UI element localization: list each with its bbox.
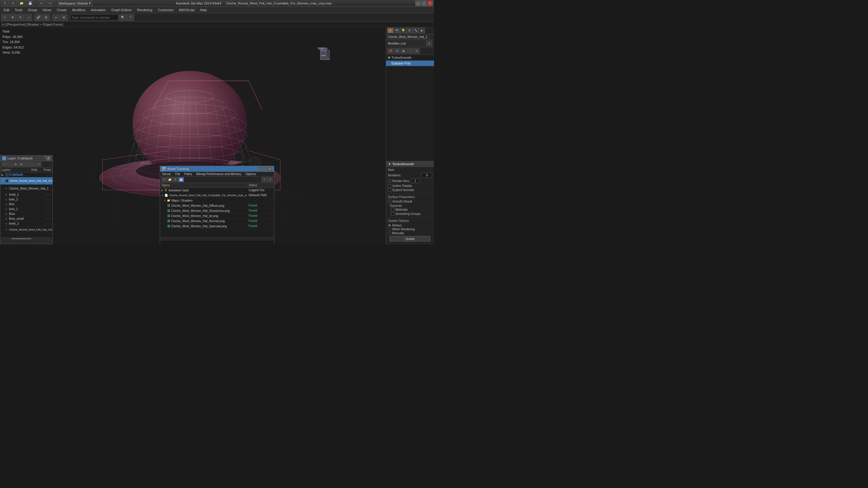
iterations-input[interactable] xyxy=(422,173,432,178)
pin-icon[interactable]: 📌 xyxy=(387,48,393,54)
layer-scrollbar[interactable] xyxy=(0,237,53,240)
explicit-normals-checkbox[interactable] xyxy=(388,188,391,192)
asset-row[interactable]: ▼ 📄 Cloche_Round_Wool_Felt_Hat_Crushable… xyxy=(160,193,274,198)
layer-new-btn[interactable]: + xyxy=(1,162,7,167)
smooth-result-checkbox[interactable]: ✓ xyxy=(388,200,391,203)
asset-minimize-btn[interactable]: — xyxy=(258,167,262,171)
menu-item-tools[interactable]: Tools xyxy=(12,7,25,12)
menu-item-help[interactable]: Help xyxy=(198,7,210,12)
layer-item[interactable]: ▼ Cloche_Round_Wool_Felt_Hat_Crushable_F… xyxy=(0,177,53,185)
navigation-cube[interactable]: Front Top xyxy=(315,45,335,65)
layer-add-btn[interactable]: ⊕ xyxy=(13,162,19,167)
maximize-btn[interactable]: □ xyxy=(421,1,427,6)
show-all-icon[interactable]: 👁 xyxy=(394,48,400,54)
help-btn[interactable]: ? xyxy=(127,14,134,21)
asset-menu-file[interactable]: File xyxy=(174,172,181,176)
new-btn[interactable]: 🗋 xyxy=(10,0,17,7)
undo-btn[interactable]: ↩ xyxy=(38,0,45,7)
render-iters-checkbox[interactable]: ✓ xyxy=(388,179,391,183)
redo-btn[interactable]: ↪ xyxy=(46,0,53,7)
search-btn[interactable]: 🔍 xyxy=(119,14,126,21)
asset-grid-btn[interactable]: ▦ xyxy=(179,177,184,182)
open-btn[interactable]: 📂 xyxy=(18,0,25,7)
asset-help-btn[interactable]: ? xyxy=(261,177,267,182)
asset-external-btn[interactable]: ↗ xyxy=(267,177,273,182)
utility-icon[interactable]: 🔧 xyxy=(412,28,418,33)
asset-row[interactable]: 🖼 Cloche_Wool_Women_Hat_Normal.png Found xyxy=(160,218,274,224)
update-button[interactable]: Update xyxy=(390,236,430,241)
when-rendering-radio[interactable] xyxy=(388,228,391,231)
asset-list-btn[interactable]: ☰ xyxy=(173,177,178,182)
asset-row[interactable]: 🖼 Cloche_Wool_Women_Hat_Diffuse.png Foun… xyxy=(160,203,274,208)
color-icon[interactable]: ■ xyxy=(387,28,393,33)
layer-item[interactable]: ↳ knob_1 — — xyxy=(0,192,53,197)
asset-row[interactable]: 🖼 Cloche_Wool_Women_Hat_ior.png Found xyxy=(160,213,274,218)
layer-item[interactable]: ↳ knob_2 — — xyxy=(0,221,53,226)
layer-close-btn[interactable]: ✕ xyxy=(46,156,51,160)
camera-icon[interactable]: 📷 xyxy=(394,28,400,33)
asset-menu-bitmap[interactable]: Bitmap Performance and Memory xyxy=(195,172,242,176)
visibility-checkbox[interactable] xyxy=(5,179,8,182)
asset-refresh-btn[interactable]: ↺ xyxy=(161,177,167,182)
asset-menu-options[interactable]: Options xyxy=(245,172,257,176)
modifier-dropdown-btn[interactable]: ▾ xyxy=(426,41,432,46)
mirror-btn[interactable]: ⇔ xyxy=(53,14,60,21)
layer-item[interactable]: ↳ Rim — — xyxy=(0,202,53,207)
asset-row[interactable]: 🖼 Cloche_Wool_Women_Hat_Glossiness.png F… xyxy=(160,208,274,213)
asset-path-input[interactable] xyxy=(160,241,274,244)
always-radio[interactable] xyxy=(388,224,391,227)
modifier-editablepoly[interactable]: Editable Poly xyxy=(386,61,434,66)
select-btn[interactable]: ↖ xyxy=(1,14,8,21)
menu-item-views[interactable]: Views xyxy=(40,7,54,12)
layer-item[interactable]: ↳ bow_2 — — xyxy=(0,197,53,202)
layer-item[interactable]: ↳ Bow_small — — xyxy=(0,216,53,221)
menu-item-create[interactable]: Create xyxy=(54,7,69,12)
menu-item-rendering[interactable]: Rendering xyxy=(135,7,155,12)
asset-scrollbar[interactable] xyxy=(160,238,274,240)
asset-row[interactable]: ▶ 🗄 Autodesk Vault Logged Out xyxy=(160,188,274,193)
visibility-checkbox[interactable]: ✓ xyxy=(5,173,8,176)
light-icon[interactable]: 💡 xyxy=(400,28,406,33)
asset-close-btn[interactable]: ✕ xyxy=(268,167,272,171)
arrow-right-icon[interactable]: ▶ xyxy=(419,28,425,33)
minimize-btn[interactable]: — xyxy=(415,1,421,6)
smoothing-groups-checkbox[interactable] xyxy=(391,212,394,215)
layer-del-btn[interactable]: − xyxy=(7,162,13,167)
layer-grid-btn[interactable]: ⊞ xyxy=(19,162,24,167)
close-btn[interactable]: ✕ xyxy=(427,1,433,6)
link-btn[interactable]: 🔗 xyxy=(35,14,42,21)
menu-item-group[interactable]: Group xyxy=(26,7,40,12)
layer-item[interactable]: ▶ ✓ 0 (default) — — xyxy=(0,173,53,177)
layer-up-btn[interactable]: ↑ xyxy=(24,162,30,167)
manually-radio[interactable] xyxy=(388,232,391,235)
menu-item-graph editors[interactable]: Graph Editors xyxy=(109,7,134,12)
menu-item-customize[interactable]: Customize xyxy=(156,7,176,12)
layer-item[interactable]: ↳ Cloche_Round_Wool_Felt_Hat_Crushable_F… xyxy=(0,226,53,234)
asset-folder-btn[interactable]: 📁 xyxy=(167,177,173,182)
align-btn[interactable]: ⊞ xyxy=(60,14,67,21)
render-iters-input[interactable] xyxy=(411,178,420,183)
isoline-checkbox[interactable] xyxy=(388,184,391,187)
app-icon[interactable]: 3 xyxy=(1,0,8,7)
layer-item[interactable]: ↳ Cloche_Wool_Women_Hat_1 — — xyxy=(0,185,53,192)
modifier-turbosmooth[interactable]: TurboSmooth xyxy=(386,55,434,61)
asset-row[interactable]: ▼ 📁 Maps / Shaders xyxy=(160,198,274,203)
make-unique-icon[interactable]: ⊙ xyxy=(414,48,420,54)
layer-down-btn[interactable]: ↓ xyxy=(30,162,36,167)
workspace-dropdown[interactable]: Workspace: Default ▾ xyxy=(57,0,92,7)
layer-item[interactable]: ↳ bow_1 — — xyxy=(0,207,53,212)
layer-scroll-track[interactable] xyxy=(1,238,52,239)
search-input[interactable] xyxy=(70,14,119,21)
layer-scroll-thumb[interactable] xyxy=(11,238,32,239)
viewport[interactable]: Total Polys: 18,304 Tris: 18,304 Edges: … xyxy=(0,27,386,244)
asset-menu-paths[interactable]: Paths xyxy=(184,172,193,176)
unlink-btn[interactable]: ⛓ xyxy=(42,14,50,21)
save-btn[interactable]: 💾 xyxy=(27,0,34,7)
asset-menu-server[interactable]: Server xyxy=(161,172,172,176)
menu-item-modifiers[interactable]: Modifiers xyxy=(70,7,88,12)
display-icon[interactable]: 🖥 xyxy=(406,28,412,33)
rotate-btn[interactable]: ↻ xyxy=(17,14,24,21)
asset-maximize-btn[interactable]: □ xyxy=(263,167,267,171)
menu-item-animation[interactable]: Animation xyxy=(89,7,108,12)
layer-menu-btn[interactable]: ≡ xyxy=(36,162,41,167)
